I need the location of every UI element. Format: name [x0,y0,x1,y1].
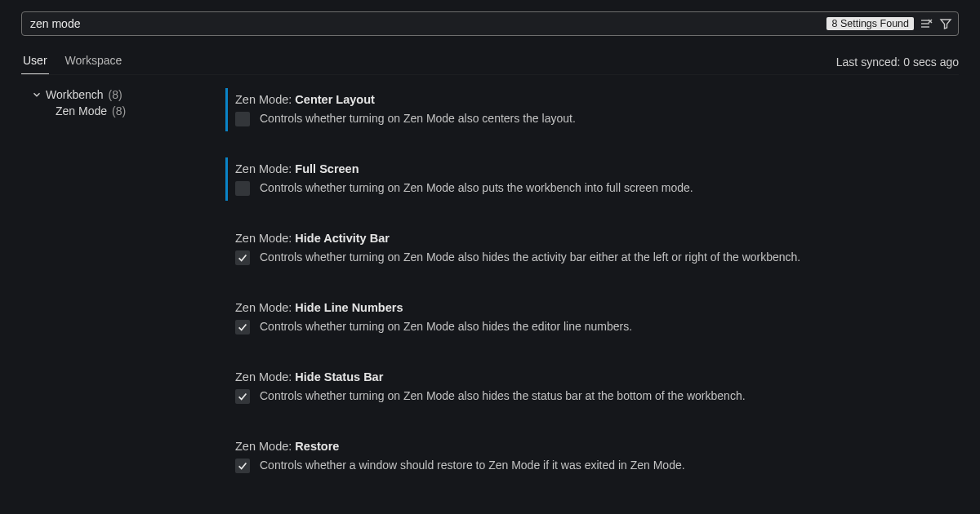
settings-list[interactable]: Zen Mode: Center LayoutControls whether … [201,75,959,514]
tab-workspace[interactable]: Workspace [64,49,124,74]
toc-item-zen-mode[interactable]: Zen Mode (8) [21,103,201,119]
setting-description: Controls whether a window should restore… [260,458,685,472]
results-count-badge: 8 Settings Found [826,17,914,30]
toc-label: Workbench [46,88,104,101]
setting-title-prefix: Zen Mode: [235,162,295,175]
setting-checkbox[interactable] [235,389,250,404]
setting-description: Controls whether turning on Zen Mode als… [260,388,746,403]
setting-title: Zen Mode: Hide Activity Bar [235,232,959,245]
setting-description: Controls whether turning on Zen Mode als… [260,111,576,126]
setting-body: Controls whether turning on Zen Mode als… [235,388,959,404]
setting-title-prefix: Zen Mode: [235,370,295,383]
toc-item-workbench[interactable]: Workbench (8) [21,86,201,103]
setting-title-name: Hide Activity Bar [295,232,390,245]
toc-count: (8) [112,104,126,117]
setting-checkbox[interactable] [235,181,250,196]
setting-title-name: Restore [295,440,339,453]
setting-body: Controls whether turning on Zen Mode als… [235,319,959,335]
setting-title-name: Hide Status Bar [295,370,383,383]
scope-tabs: User Workspace [21,49,123,74]
clear-filters-icon[interactable] [919,16,933,31]
setting-description: Controls whether turning on Zen Mode als… [260,180,693,195]
setting-title-prefix: Zen Mode: [235,301,295,314]
sync-status: Last synced: 0 secs ago [836,55,959,74]
setting-checkbox[interactable] [235,459,250,473]
setting-title-prefix: Zen Mode: [235,440,295,453]
setting-item: Zen Mode: Hide Status BarControls whethe… [225,362,959,412]
setting-item: Zen Mode: Hide Activity BarControls whet… [225,224,959,273]
setting-body: Controls whether a window should restore… [235,458,959,473]
filter-icon[interactable] [938,16,953,31]
setting-item: Zen Mode: RestoreControls whether a wind… [225,432,959,481]
setting-description: Controls whether turning on Zen Mode als… [260,319,632,334]
setting-title: Zen Mode: Hide Status Bar [235,370,959,383]
setting-title: Zen Mode: Hide Line Numbers [235,301,959,314]
setting-title: Zen Mode: Center Layout [235,93,959,106]
tab-user[interactable]: User [21,49,49,74]
setting-title-name: Full Screen [295,162,359,175]
setting-description: Controls whether turning on Zen Mode als… [260,250,800,264]
setting-body: Controls whether turning on Zen Mode als… [235,180,959,196]
scope-row: User Workspace Last synced: 0 secs ago [21,49,959,75]
toc-count: (8) [109,88,122,101]
setting-item: Zen Mode: Center LayoutControls whether … [225,85,959,135]
toc-label: Zen Mode [56,104,107,117]
setting-title: Zen Mode: Full Screen [235,162,959,175]
settings-editor: 8 Settings Found User Workspace [0,0,980,514]
settings-body: Workbench (8) Zen Mode (8) Zen Mode: Cen… [21,75,959,514]
setting-title-prefix: Zen Mode: [235,93,295,106]
setting-title-name: Hide Line Numbers [295,301,403,314]
setting-checkbox[interactable] [235,250,250,265]
setting-item: Zen Mode: Full ScreenControls whether tu… [225,154,959,204]
search-right-group: 8 Settings Found [826,16,958,31]
search-box: 8 Settings Found [21,11,959,36]
setting-title-prefix: Zen Mode: [235,232,295,245]
setting-item: Zen Mode: Hide Line NumbersControls whet… [225,293,959,343]
setting-body: Controls whether turning on Zen Mode als… [235,111,959,126]
setting-checkbox[interactable] [235,320,250,335]
setting-body: Controls whether turning on Zen Mode als… [235,250,959,265]
setting-checkbox[interactable] [235,112,250,126]
search-input[interactable] [22,12,826,35]
setting-title-name: Center Layout [295,93,375,106]
chevron-down-icon [31,89,42,100]
setting-title: Zen Mode: Restore [235,440,959,453]
toc-tree: Workbench (8) Zen Mode (8) [21,75,201,514]
